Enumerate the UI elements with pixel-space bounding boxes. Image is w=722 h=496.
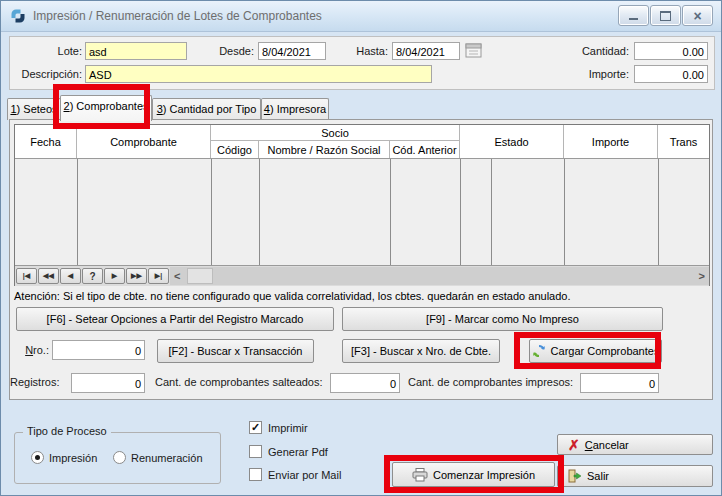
cargar-comprobantes-button[interactable]: Cargar Comprobantes	[529, 339, 662, 363]
checkbox-imprimir[interactable]: ✓	[249, 421, 262, 434]
refresh-icon	[532, 344, 546, 358]
desde-input[interactable]: 8/04/2021	[258, 42, 326, 60]
impresos-input[interactable]: 0	[580, 373, 659, 393]
hasta-input[interactable]: 8/04/2021	[392, 42, 460, 60]
nav-prior-button[interactable]: ◀	[60, 268, 81, 284]
dialog-window: Impresión / Renumeración de Lotes de Com…	[0, 0, 722, 496]
importe-label: Importe:	[562, 68, 629, 80]
nav-fast-back-button[interactable]: ◀◀	[38, 268, 59, 284]
scroll-right-icon[interactable]: >	[699, 267, 705, 285]
grid-navigator: |◀ ◀◀ ◀ ? ▶ ▶▶ ▶| < >	[15, 265, 709, 286]
radio-renumeracion-label: Renumeración	[131, 452, 203, 464]
salteados-label: Cant. de comprobantes salteados:	[155, 376, 323, 388]
nav-first-button[interactable]: |◀	[16, 268, 37, 284]
col-header-fecha: Fecha	[15, 125, 77, 158]
tab-cantidad-por-tipo[interactable]: 3) Cantidad por Tipo	[152, 98, 261, 120]
cancelar-button[interactable]: ✗ Cancelar	[557, 434, 713, 455]
salteados-input[interactable]: 0	[330, 373, 400, 393]
scrollbar-thumb[interactable]	[187, 268, 213, 284]
tipo-de-proceso-label: Tipo de Proceso	[23, 425, 111, 437]
nro-input[interactable]: 0	[52, 340, 145, 360]
calendar-icon[interactable]	[465, 42, 482, 63]
registros-label: Registros:	[10, 376, 59, 388]
nav-last-button[interactable]: ▶|	[148, 268, 169, 284]
maximize-icon	[660, 11, 671, 21]
col-header-comprobante: Comprobante	[77, 125, 211, 158]
cantidad-label: Cantidad:	[552, 45, 629, 57]
checkbox-enviar-mail[interactable]	[249, 468, 262, 481]
horizontal-scrollbar[interactable]: < >	[170, 267, 709, 285]
tab-seteos[interactable]: 1) Seteos	[7, 98, 61, 120]
lote-label: Lote:	[32, 45, 82, 57]
tab-comprobantes[interactable]: 2) Comprobantes	[60, 95, 152, 121]
impresos-label: Cant. de comprobantes impresos:	[408, 376, 573, 388]
nav-help-button[interactable]: ?	[82, 268, 103, 284]
close-icon: ×	[693, 9, 701, 23]
col-header-nombre: Nombre / Razón Social	[259, 141, 390, 158]
importe-input[interactable]: 0.00	[634, 65, 708, 83]
col-header-estado: Estado	[460, 125, 564, 158]
exit-door-icon	[568, 469, 582, 483]
registros-input[interactable]: 0	[71, 373, 145, 393]
checkbox-generar-pdf[interactable]	[249, 445, 262, 458]
comenzar-impresion-button[interactable]: Comenzar Impresión	[392, 462, 555, 487]
grid-body[interactable]	[15, 158, 709, 266]
col-header-cod-anterior: Cód. Anterior	[390, 141, 460, 158]
checkbox-imprimir-label: Imprimir	[268, 422, 308, 434]
lote-input[interactable]: asd	[85, 42, 187, 60]
checkbox-generar-pdf-label: Generar Pdf	[268, 446, 328, 458]
nav-next-button[interactable]: ▶	[104, 268, 125, 284]
descripcion-label: Descripción:	[12, 68, 82, 80]
radio-impresion-label: Impresión	[49, 452, 97, 464]
tab-impresora[interactable]: 4) Impresora	[261, 98, 329, 120]
f2-buscar-transaccion-button[interactable]: [F2] - Buscar x Transacción	[157, 339, 314, 363]
col-header-socio: Socio	[211, 125, 460, 141]
maximize-button[interactable]	[650, 5, 681, 26]
col-header-codigo: Código	[211, 141, 259, 158]
window-title: Impresión / Renumeración de Lotes de Com…	[33, 1, 322, 31]
col-header-importe: Importe	[564, 125, 658, 158]
nro-label: Nro.:	[16, 344, 49, 356]
minimize-icon	[629, 18, 638, 20]
radio-renumeracion[interactable]	[113, 451, 126, 464]
title-bar[interactable]: Impresión / Renumeración de Lotes de Com…	[1, 1, 721, 32]
warning-text: Atención: Si el tipo de cbte. no tiene c…	[14, 290, 571, 302]
hasta-label: Hasta:	[332, 45, 388, 57]
descripcion-input[interactable]: ASD	[85, 65, 432, 83]
nav-fast-forward-button[interactable]: ▶▶	[126, 268, 147, 284]
comprobantes-grid: Fecha Comprobante Socio Código Nombre / …	[14, 124, 710, 286]
header-fields-panel: Lote: asd Desde: 8/04/2021 Hasta: 8/04/2…	[9, 36, 715, 90]
printer-icon	[412, 468, 428, 482]
tab-page-comprobantes: Fecha Comprobante Socio Código Nombre / …	[9, 119, 713, 400]
col-header-trans: Trans	[658, 125, 709, 158]
desde-label: Desde:	[198, 45, 254, 57]
scroll-left-icon[interactable]: <	[174, 267, 180, 285]
salir-button[interactable]: Salir	[557, 465, 713, 487]
cancel-x-icon: ✗	[568, 437, 580, 453]
cantidad-input[interactable]: 0.00	[634, 42, 708, 60]
checkbox-enviar-mail-label: Enviar por Mail	[268, 469, 341, 481]
app-logo-icon	[9, 7, 27, 29]
f9-marcar-no-impreso-button[interactable]: [F9] - Marcar como No Impreso	[342, 307, 663, 331]
close-button[interactable]: ×	[682, 5, 713, 26]
f6-setear-opciones-button[interactable]: [F6] - Setear Opciones a Partir del Regi…	[16, 307, 334, 331]
radio-impresion[interactable]	[31, 451, 44, 464]
f3-buscar-nro-cbte-button[interactable]: [F3] - Buscar x Nro. de Cbte.	[342, 339, 500, 363]
minimize-button[interactable]	[618, 5, 649, 26]
